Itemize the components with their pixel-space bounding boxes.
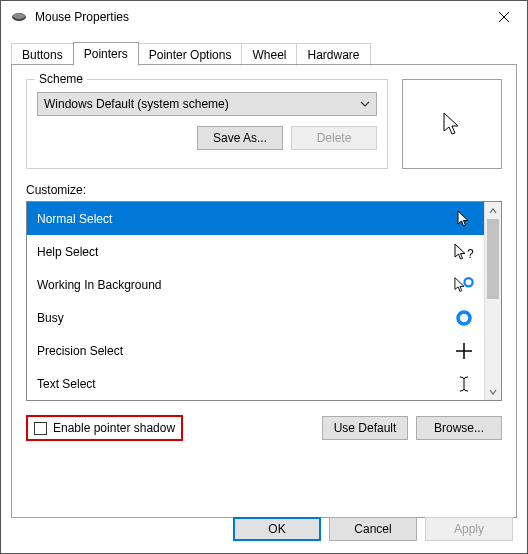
chevron-down-icon (360, 98, 370, 112)
ok-button[interactable]: OK (233, 517, 321, 541)
list-row-working[interactable]: Working In Background (27, 268, 484, 301)
scroll-up-button[interactable] (485, 202, 501, 219)
apply-button: Apply (425, 517, 513, 541)
scheme-group: Scheme Windows Default (system scheme) S… (26, 79, 388, 169)
enable-shadow-label: Enable pointer shadow (53, 421, 175, 435)
cursor-precision-icon (454, 341, 474, 361)
cursor-arrow-icon (454, 209, 474, 229)
use-default-button[interactable]: Use Default (322, 416, 408, 440)
tab-pointers[interactable]: Pointers (73, 42, 139, 65)
list-row-precision[interactable]: Precision Select (27, 334, 484, 367)
list-item-label: Text Select (37, 377, 96, 391)
tab-strip: Buttons Pointers Pointer Options Wheel H… (1, 41, 527, 64)
list-item-label: Help Select (37, 245, 98, 259)
dialog-buttons: OK Cancel Apply (233, 517, 513, 541)
scheme-legend: Scheme (35, 72, 87, 86)
cursor-help-icon: ? (454, 242, 474, 262)
svg-text:?: ? (467, 247, 474, 261)
close-button[interactable] (481, 1, 527, 33)
chevron-down-icon (489, 388, 497, 396)
scroll-thumb[interactable] (487, 219, 499, 299)
cancel-button[interactable]: Cancel (329, 517, 417, 541)
svg-point-3 (464, 278, 472, 286)
list-item-label: Normal Select (37, 212, 112, 226)
close-icon (499, 12, 509, 22)
scheme-selected-value: Windows Default (system scheme) (44, 97, 229, 111)
window-frame: Mouse Properties Buttons Pointers Pointe… (0, 0, 528, 554)
scrollbar[interactable] (484, 202, 501, 400)
svg-point-4 (458, 312, 470, 324)
scroll-down-button[interactable] (485, 383, 501, 400)
list-item-label: Busy (37, 311, 64, 325)
save-as-button[interactable]: Save As... (197, 126, 283, 150)
tab-hardware[interactable]: Hardware (296, 43, 370, 66)
cursor-working-icon (454, 275, 474, 295)
customize-label: Customize: (26, 183, 502, 197)
list-item-label: Precision Select (37, 344, 123, 358)
cursor-arrow-icon (442, 111, 462, 137)
pointer-listbox[interactable]: Normal Select Help Select ? Working In B… (26, 201, 502, 401)
tab-pointer-options[interactable]: Pointer Options (138, 43, 243, 66)
svg-point-1 (13, 13, 25, 19)
tab-buttons[interactable]: Buttons (11, 43, 74, 66)
list-row-help-select[interactable]: Help Select ? (27, 235, 484, 268)
scheme-dropdown[interactable]: Windows Default (system scheme) (37, 92, 377, 116)
mouse-icon (11, 11, 27, 23)
chevron-up-icon (489, 207, 497, 215)
enable-shadow-row[interactable]: Enable pointer shadow (26, 415, 183, 441)
list-item-label: Working In Background (37, 278, 162, 292)
cursor-text-icon (454, 374, 474, 394)
list-row-busy[interactable]: Busy (27, 301, 484, 334)
list-row-normal-select[interactable]: Normal Select (27, 202, 484, 235)
cursor-busy-icon (454, 308, 474, 328)
tab-panel: Scheme Windows Default (system scheme) S… (11, 64, 517, 518)
scroll-track[interactable] (485, 219, 501, 383)
titlebar: Mouse Properties (1, 1, 527, 33)
list-row-text[interactable]: Text Select (27, 367, 484, 400)
tab-wheel[interactable]: Wheel (241, 43, 297, 66)
window-title: Mouse Properties (35, 10, 481, 24)
pointer-preview (402, 79, 502, 169)
browse-button[interactable]: Browse... (416, 416, 502, 440)
enable-shadow-checkbox[interactable] (34, 422, 47, 435)
listbox-inner: Normal Select Help Select ? Working In B… (27, 202, 484, 400)
delete-button: Delete (291, 126, 377, 150)
